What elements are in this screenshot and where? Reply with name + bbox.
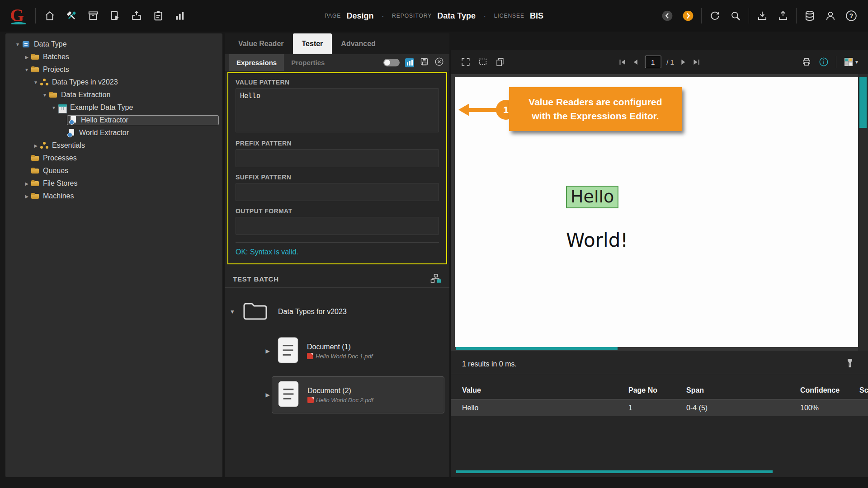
- document-filename: Hello World Doc 1.pdf: [316, 353, 373, 360]
- callout-box: Value Readers are configured with the Ex…: [509, 87, 682, 131]
- hierarchy-icon[interactable]: [430, 273, 441, 285]
- fit-icon[interactable]: [461, 57, 471, 67]
- tab-advanced[interactable]: Advanced: [332, 33, 384, 54]
- view-layout-icon[interactable]: ▼: [844, 57, 859, 67]
- separator-dot: ·: [481, 12, 489, 19]
- user-icon[interactable]: [823, 8, 838, 23]
- page-number-input[interactable]: [645, 56, 661, 68]
- batch-root-folder[interactable]: ▼ Data Types for v2023: [225, 298, 449, 326]
- tree-item-machines[interactable]: ▶ Machines: [5, 190, 222, 202]
- batch-document-2[interactable]: ▶ Document (2) Hello World Doc 2.pdf: [225, 376, 449, 413]
- callout-arrow-icon: [458, 103, 469, 116]
- tree-item-batches[interactable]: ▶ Batches: [5, 51, 222, 63]
- search-icon[interactable]: [728, 8, 743, 23]
- database-icon[interactable]: [802, 8, 817, 23]
- print-icon[interactable]: [802, 57, 811, 67]
- subtab-properties[interactable]: Properties: [284, 54, 332, 71]
- back-icon[interactable]: [660, 8, 675, 23]
- batch-folder-label: Data Types for v2023: [278, 308, 347, 316]
- select-region-icon[interactable]: [478, 57, 488, 67]
- column-header-span[interactable]: Span: [686, 386, 800, 394]
- expander-collapsed-icon[interactable]: ▶: [264, 348, 272, 354]
- tree-item-example-data-type[interactable]: ▼ Example Data Type: [5, 101, 222, 114]
- tab-tester[interactable]: Tester: [293, 33, 332, 54]
- tree-item-data-extraction[interactable]: ▼ Data Extraction: [5, 89, 222, 101]
- tree-item-essentials[interactable]: ▶ Essentials: [5, 139, 222, 152]
- tree-item-projects[interactable]: ▼ Projects: [5, 63, 222, 76]
- home-icon[interactable]: [42, 8, 57, 23]
- expander-expanded-icon[interactable]: ▼: [32, 80, 40, 85]
- subtab-expressions[interactable]: Expressions: [229, 54, 284, 71]
- info-icon[interactable]: [819, 57, 829, 67]
- matched-text-highlight[interactable]: Hello: [566, 186, 618, 208]
- licensee-label: LICENSEE: [494, 13, 524, 19]
- download-icon[interactable]: [755, 8, 770, 23]
- forward-icon[interactable]: [680, 8, 696, 23]
- project-icon: [40, 78, 49, 86]
- archive-icon[interactable]: [85, 8, 101, 23]
- page-value[interactable]: Design: [346, 11, 373, 21]
- expander-expanded-icon[interactable]: ▼: [14, 42, 22, 47]
- chart-icon[interactable]: [405, 58, 414, 67]
- horizontal-scrollbar-thumb[interactable]: [456, 347, 618, 350]
- tab-value-reader[interactable]: Value Reader: [229, 33, 293, 54]
- folder-icon: [31, 66, 40, 74]
- tree-item-queues[interactable]: Queues: [5, 164, 222, 177]
- licensee-value[interactable]: BIS: [530, 11, 543, 21]
- value-pattern-input[interactable]: Hello: [236, 88, 439, 132]
- expander-expanded-icon[interactable]: ▼: [41, 93, 49, 98]
- results-horizontal-scrollbar-thumb[interactable]: [456, 470, 773, 473]
- save-icon[interactable]: [420, 57, 429, 68]
- results-summary: 1 results in 0 ms.: [451, 360, 517, 368]
- tree-item-hello-extractor[interactable]: Hello Extractor: [5, 114, 222, 127]
- page-view[interactable]: Hello World! 1 Value Readers are configu…: [451, 74, 868, 351]
- toggle-icon[interactable]: [383, 59, 400, 66]
- prev-page-icon[interactable]: [632, 59, 639, 66]
- column-header-score[interactable]: Score: [859, 386, 868, 394]
- help-icon[interactable]: ?: [844, 8, 859, 23]
- stats-icon[interactable]: [172, 8, 188, 23]
- expander-collapsed-icon[interactable]: ▶: [264, 392, 272, 398]
- tree-item-world-extractor[interactable]: World Extractor: [5, 127, 222, 139]
- upload-icon[interactable]: [775, 8, 791, 23]
- selected-document-box[interactable]: Document (2) Hello World Doc 2.pdf: [272, 376, 444, 413]
- refresh-icon[interactable]: [707, 8, 722, 23]
- vertical-scrollbar-thumb[interactable]: [859, 77, 867, 128]
- document-name: Document (2): [307, 387, 373, 395]
- tree-item-data-type[interactable]: ▼ Data Type: [5, 38, 222, 51]
- tree-item-label: Batches: [43, 53, 69, 61]
- clipboard-icon[interactable]: [151, 8, 166, 23]
- expander-collapsed-icon[interactable]: ▶: [23, 181, 31, 186]
- repository-value[interactable]: Data Type: [437, 11, 476, 21]
- tree-item-data-types-in-v2023[interactable]: ▼ Data Types in v2023: [5, 76, 222, 89]
- results-table-row[interactable]: Hello 1 0-4 (5) 100%: [451, 399, 868, 416]
- column-header-page-no[interactable]: Page No: [628, 386, 686, 394]
- expander-expanded-icon[interactable]: ▼: [228, 309, 236, 315]
- vertical-scrollbar[interactable]: [858, 74, 868, 351]
- output-format-input[interactable]: [236, 217, 439, 235]
- batch-document-1[interactable]: ▶ Document (1) Hello World Doc 1.pdf: [225, 333, 449, 369]
- last-page-icon[interactable]: [693, 59, 700, 66]
- suffix-pattern-input[interactable]: [236, 183, 439, 201]
- flashlight-icon[interactable]: [845, 358, 854, 371]
- column-header-value[interactable]: Value: [462, 386, 628, 394]
- expander-expanded-icon[interactable]: ▼: [50, 105, 58, 110]
- close-icon[interactable]: [434, 57, 444, 68]
- grooper-logo[interactable]: G: [10, 5, 29, 26]
- pages-icon[interactable]: [495, 57, 505, 67]
- tools-icon[interactable]: [64, 8, 79, 23]
- column-header-confidence[interactable]: Confidence: [800, 386, 859, 394]
- expander-collapsed-icon[interactable]: ▶: [23, 55, 31, 60]
- tree-item-file-stores[interactable]: ▶ File Stores: [5, 177, 222, 190]
- expander-expanded-icon[interactable]: ▼: [23, 67, 31, 72]
- expander-collapsed-icon[interactable]: ▶: [23, 194, 31, 199]
- first-page-icon[interactable]: [618, 59, 626, 66]
- next-page-icon[interactable]: [679, 59, 687, 66]
- batch-play-icon[interactable]: [107, 8, 123, 23]
- expander-collapsed-icon[interactable]: ▶: [32, 143, 40, 148]
- export-box-icon[interactable]: [129, 8, 144, 23]
- tree-item-processes[interactable]: Processes: [5, 152, 222, 164]
- selected-node-box[interactable]: Hello Extractor: [67, 115, 219, 125]
- prefix-pattern-input[interactable]: [236, 149, 439, 167]
- node-tree-panel: ▼ Data Type ▶ Batches ▼ Projects ▼ Data …: [5, 33, 222, 477]
